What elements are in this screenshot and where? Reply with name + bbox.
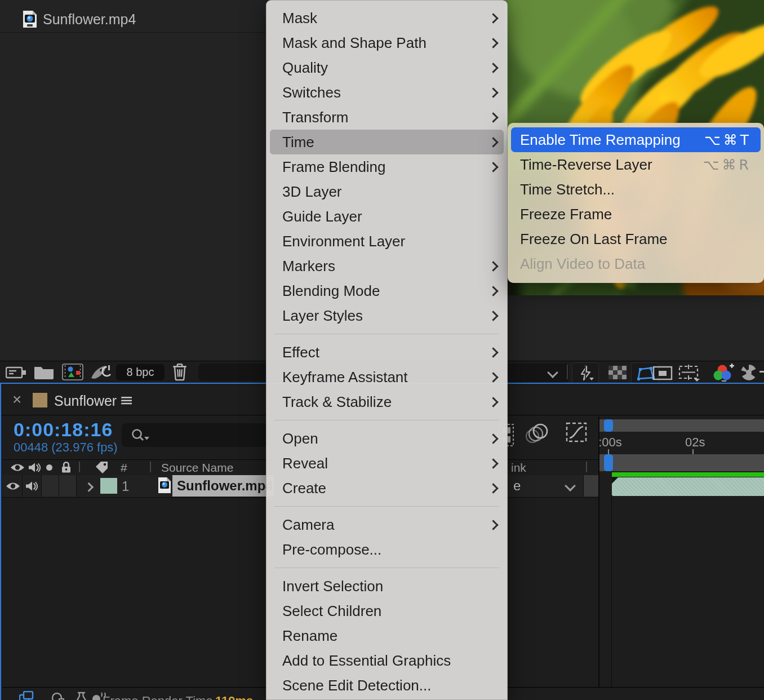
exposure-shutter-icon[interactable] — [739, 364, 758, 384]
folder-icon[interactable] — [34, 365, 54, 382]
menu-item-select-children[interactable]: Select Children — [266, 599, 507, 623]
parent-pickwhip-cell[interactable] — [584, 475, 599, 497]
menu-item-mask-and-shape-path[interactable]: Mask and Shape Path — [266, 30, 507, 55]
menu-item-guide-layer[interactable]: Guide Layer — [266, 204, 507, 229]
column-number[interactable]: # — [121, 461, 127, 475]
chevron-right-icon — [488, 458, 498, 468]
menu-item-markers[interactable]: Markers — [266, 254, 507, 278]
project-toolbar-field — [198, 364, 266, 381]
menu-item-reveal[interactable]: Reveal — [266, 451, 507, 476]
frame-render-time-value: 119ms — [215, 694, 253, 700]
layer-expand-chevron[interactable] — [82, 481, 94, 493]
search-input[interactable] — [122, 423, 268, 447]
menu-item-invert-selection[interactable]: Invert Selection — [266, 574, 507, 599]
speaker-icon[interactable] — [28, 462, 41, 475]
label-tag-icon[interactable] — [95, 460, 109, 477]
speaker-icon[interactable] — [25, 481, 38, 494]
work-area-bar[interactable] — [599, 454, 764, 471]
menu-item-blending-mode[interactable]: Blending Mode — [266, 278, 507, 303]
menu-item-time[interactable]: Time — [270, 130, 504, 154]
menu-separator — [274, 420, 499, 420]
layer-name-selected[interactable]: Sunflower.mp4 — [172, 475, 274, 497]
menu-item-camera[interactable]: Camera — [266, 512, 507, 537]
after-effects-app: Sunflower Sunflower.mp4 8 bpc — [0, 0, 764, 700]
project-item-label: Sunflower — [43, 0, 105, 1]
render-rocket-icon[interactable] — [90, 364, 113, 384]
menu-item-add-to-essential-graphics[interactable]: Add to Essential Graphics — [266, 648, 507, 673]
interpret-footage-icon[interactable] — [6, 365, 27, 382]
ruler-label-2s: 02s — [685, 435, 705, 450]
submenu-item-time-stretch[interactable]: Time Stretch... — [511, 177, 761, 202]
chevron-right-icon — [488, 397, 498, 407]
menu-item-layer-styles[interactable]: Layer Styles — [266, 303, 507, 328]
menu-item-effect[interactable]: Effect — [266, 340, 507, 365]
menu-item-scene-edit-detection[interactable]: Scene Edit Detection... — [266, 673, 507, 698]
toolbar-clipped-control — [759, 371, 764, 373]
chevron-right-icon — [488, 137, 498, 147]
chevron-right-icon — [488, 372, 498, 382]
menu-item-mask[interactable]: Mask — [266, 6, 507, 30]
menu-item-create[interactable]: Create — [266, 476, 507, 500]
menu-item-3d-layer[interactable]: 3D Layer — [266, 179, 507, 204]
menu-separator — [274, 568, 499, 568]
channels-rgb-icon[interactable] — [711, 364, 735, 384]
menu-item-keyframe-assistant[interactable]: Keyframe Assistant — [266, 365, 507, 389]
rendered-frames-bar — [612, 472, 764, 477]
mini-flowchart-icon[interactable] — [19, 691, 35, 700]
solo-toggle-cell[interactable] — [42, 475, 59, 497]
bit-depth-button[interactable]: 8 bpc — [116, 364, 165, 380]
layer-duration-bar[interactable] — [612, 477, 764, 496]
project-item-sunflower-mp4[interactable]: Sunflower.mp4 — [0, 6, 266, 33]
menu-item-frame-blending[interactable]: Frame Blending — [266, 154, 507, 179]
column-source-name[interactable]: Source Name — [161, 461, 233, 475]
solo-dot-icon[interactable] — [46, 464, 52, 471]
layer-context-menu: Mask Mask and Shape Path Quality Switche… — [266, 0, 508, 700]
chevron-right-icon — [488, 311, 498, 321]
time-navigator-handle[interactable] — [604, 419, 613, 432]
new-composition-icon[interactable] — [62, 364, 83, 383]
region-of-interest-icon[interactable] — [652, 366, 673, 383]
guides-icon[interactable] — [677, 365, 701, 384]
time-navigator-bar[interactable] — [599, 419, 764, 432]
chevron-right-icon — [488, 261, 498, 271]
trash-icon[interactable] — [172, 363, 188, 383]
ruler-label-0s: 0:00s — [599, 435, 622, 450]
submenu-item-time-reverse-layer[interactable]: Time-Reverse Layer⌥⌘R — [511, 152, 761, 177]
menu-item-transform[interactable]: Transform — [266, 105, 507, 130]
motion-blur-icon[interactable] — [525, 422, 550, 447]
lock-toggle-cell[interactable] — [59, 475, 77, 497]
submenu-item-freeze-frame[interactable]: Freeze Frame — [511, 202, 761, 227]
layer-color-swatch[interactable] — [100, 478, 117, 494]
menu-item-open[interactable]: Open — [266, 426, 507, 451]
close-icon[interactable]: × — [12, 391, 21, 409]
menu-item-track-stabilize[interactable]: Track & Stabilize — [266, 389, 507, 414]
lock-icon[interactable] — [61, 461, 72, 476]
graph-editor-icon[interactable] — [565, 421, 589, 447]
column-parent-link-clipped[interactable]: ink — [511, 461, 526, 475]
transparency-grid-icon[interactable] — [608, 366, 627, 379]
hamburger-icon[interactable]: ≡ — [119, 390, 134, 410]
parent-link-dropdown[interactable]: e — [510, 475, 584, 497]
transfer-controls-toggle-icon[interactable] — [74, 692, 89, 700]
parent-link-value-clipped: e — [513, 478, 521, 494]
current-timecode[interactable]: 0:00:18:16 — [14, 419, 113, 441]
project-item-sunflower-comp[interactable]: Sunflower — [0, 0, 266, 6]
chevron-right-icon — [488, 520, 498, 530]
timeline-tab-label[interactable]: Sunflower — [54, 393, 117, 409]
menu-item-switches[interactable]: Switches — [266, 80, 507, 105]
comp-color-swatch[interactable] — [33, 393, 47, 407]
submenu-item-freeze-on-last-frame[interactable]: Freeze On Last Frame — [511, 227, 761, 251]
chevron-right-icon — [488, 13, 498, 23]
project-toolbar: 8 bpc — [0, 361, 266, 383]
current-time-indicator[interactable] — [604, 454, 613, 471]
chevron-right-icon — [488, 112, 498, 122]
menu-item-pre-compose[interactable]: Pre-compose... — [266, 537, 507, 562]
menu-item-rename[interactable]: Rename — [266, 623, 507, 648]
eye-icon[interactable] — [6, 481, 20, 493]
layer-switches-toggle-icon[interactable] — [51, 692, 65, 700]
eye-icon[interactable] — [10, 463, 25, 475]
menu-item-quality[interactable]: Quality — [266, 55, 507, 80]
submenu-item-enable-time-remapping[interactable]: Enable Time Remapping⌥⌘T — [511, 127, 761, 152]
time-ruler[interactable]: 0:00s 02s — [599, 432, 764, 454]
menu-item-environment-layer[interactable]: Environment Layer — [266, 229, 507, 254]
